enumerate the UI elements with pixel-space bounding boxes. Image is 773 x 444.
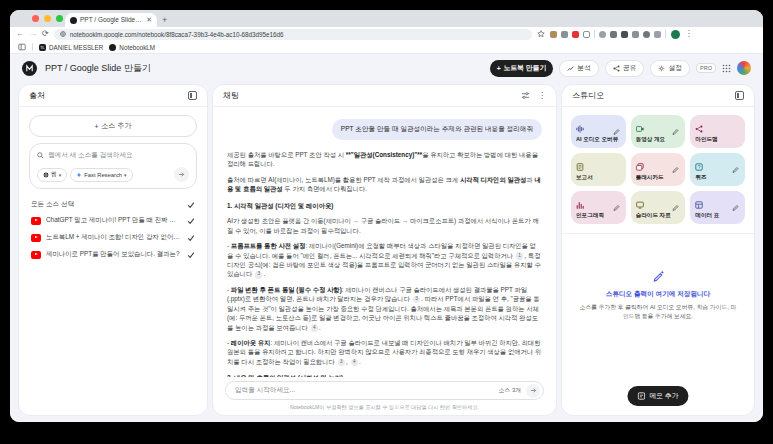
- share-button[interactable]: 공유: [605, 60, 645, 77]
- citation-chip[interactable]: 4: [351, 359, 359, 367]
- edit-pencil-icon[interactable]: [669, 201, 682, 214]
- checkbox-checked-icon[interactable]: [187, 251, 195, 259]
- back-icon[interactable]: ←: [16, 30, 24, 38]
- studio-card-quiz[interactable]: ?퀴즈: [690, 153, 745, 186]
- share-icon: [613, 65, 620, 72]
- analytics-button[interactable]: 분석: [559, 60, 599, 77]
- extension-icon[interactable]: [583, 31, 590, 38]
- edit-pencil-icon[interactable]: [669, 125, 682, 138]
- add-note-button[interactable]: 메모 추가: [627, 386, 688, 406]
- extension-icon[interactable]: [572, 31, 579, 38]
- checkbox-checked-icon[interactable]: [187, 201, 195, 209]
- web-filter-chip[interactable]: 웹 ▾: [37, 168, 67, 182]
- bookmark-star-icon[interactable]: [537, 30, 545, 38]
- new-tab-button[interactable]: +: [162, 15, 167, 25]
- browser-profile-avatar[interactable]: [671, 30, 680, 39]
- sources-panel: 출처 + 소스 추가 웹에서 새 소스를 검색하세요 웹: [18, 84, 208, 416]
- code-extension-icon[interactable]: [654, 31, 661, 38]
- extension-icon[interactable]: [561, 31, 568, 38]
- studio-card-infographic[interactable]: 인포그래픽: [571, 191, 626, 224]
- citation-chip[interactable]: 3: [338, 359, 346, 367]
- close-window-button[interactable]: [32, 15, 39, 22]
- browser-tab[interactable]: PPT / Google Slide 만들기 - N ✕: [65, 13, 157, 27]
- studio-card-report[interactable]: 보고서: [571, 153, 626, 186]
- web-source-search-box[interactable]: 웹에서 새 소스를 검색하세요 웹 ▾ Fast Research ▾: [29, 143, 197, 189]
- source-list-item[interactable]: 노트북LM + 제미나이 조합! 디자인 강자 없어도 전문가급 PPT 만드는…: [19, 229, 207, 246]
- edit-pencil-icon[interactable]: [729, 201, 742, 214]
- edit-pencil-icon[interactable]: [729, 163, 742, 176]
- browser-menu-icon[interactable]: ⋮: [685, 30, 693, 38]
- studio-card-flashcards[interactable]: 플래시카드: [631, 153, 686, 186]
- response-paragraph: - 프롬프트를 통한 사전 설정: 제미나이(Gemini)에 요청할 때부터 …: [227, 241, 542, 279]
- collapse-studio-icon[interactable]: [735, 91, 744, 100]
- source-list: ChatGPT 말고 제미나이! PPT 만들 때 진짜 편한 이유 (실전 공…: [19, 212, 207, 263]
- studio-card-audio-waveform[interactable]: AI 오디오 오버뷰: [571, 115, 626, 148]
- extension-icon[interactable]: [643, 31, 650, 38]
- chat-settings-icon[interactable]: [521, 91, 530, 100]
- zoom-window-button[interactable]: [56, 15, 63, 22]
- source-list-item[interactable]: 제미나이로 PPT를 만들어 보았습니다. 결과는?: [19, 246, 207, 263]
- citation-chip[interactable]: 3: [413, 296, 421, 304]
- minimize-window-button[interactable]: [44, 15, 51, 22]
- flashcards-icon: [636, 157, 644, 175]
- source-title: 제미나이로 PPT를 만들어 보았습니다. 결과는?: [46, 250, 182, 259]
- create-notebook-button[interactable]: + 노트북 만들기: [490, 60, 554, 77]
- google-apps-icon[interactable]: [722, 64, 731, 73]
- extension-icon[interactable]: [632, 31, 639, 38]
- response-paragraph: - 레이아웃 유지: 제미나이 캔버스에서 구글 슬라이드로 내보낼 때 디자인…: [227, 338, 542, 366]
- edit-pencil-icon[interactable]: [610, 125, 623, 138]
- chat-scroll-area[interactable]: PPT 초안을 만들 때 일관성이라는 주제와 관련된 내용을 정리해줘 제공된…: [213, 107, 556, 377]
- notebook-title[interactable]: PPT / Google Slide 만들기: [45, 62, 484, 75]
- checkbox-checked-icon[interactable]: [187, 217, 195, 225]
- send-button[interactable]: [526, 384, 540, 398]
- forward-icon[interactable]: →: [29, 30, 37, 38]
- extension-icon[interactable]: [599, 31, 606, 38]
- bookmark-notebooklm[interactable]: NotebookLM: [109, 44, 155, 51]
- collapse-sources-icon[interactable]: [188, 91, 197, 100]
- edit-pencil-icon[interactable]: [610, 201, 623, 214]
- disclaimer-text: NotebookLM이 부정확한 정보를 표시할 수 있으므로 대답을 다시 한…: [213, 403, 556, 415]
- extension-icon[interactable]: [621, 31, 628, 38]
- studio-card-video[interactable]: 동영상 개요: [631, 115, 686, 148]
- citation-chip[interactable]: 1: [516, 252, 524, 260]
- user-message-bubble: PPT 초안을 만들 때 일관성이라는 주제와 관련된 내용을 정리해줘: [332, 119, 542, 140]
- search-submit-button[interactable]: [174, 167, 189, 182]
- extension-icon[interactable]: [550, 31, 557, 38]
- reload-icon[interactable]: ⟳: [42, 30, 49, 38]
- address-bar[interactable]: notebooklm.google.com/notebook/8f8caca7-…: [54, 29, 532, 40]
- studio-card-slides[interactable]: 슬라이드 자료: [631, 191, 686, 224]
- user-avatar[interactable]: [737, 61, 751, 75]
- extension-icon[interactable]: [610, 31, 617, 38]
- youtube-icon: [31, 251, 41, 259]
- settings-button[interactable]: 설정: [650, 60, 690, 77]
- checkbox-checked-icon[interactable]: [187, 234, 195, 242]
- note-icon: [637, 392, 645, 400]
- source-list-item[interactable]: ChatGPT 말고 제미나이! PPT 만들 때 진짜 편한 이유 (실전 공…: [19, 212, 207, 229]
- add-source-button[interactable]: + 소스 추가: [29, 115, 197, 137]
- mindmap-icon: [695, 119, 703, 137]
- svg-text:?: ?: [698, 165, 701, 170]
- citation-chip[interactable]: 3: [255, 271, 263, 279]
- chat-input-bar[interactable]: 입력을 시작하세요... 소스 3개: [225, 381, 544, 400]
- globe-icon: [43, 172, 49, 178]
- studio-empty-caption: 소스를 추가한 후 클릭하여 AI 오디오 오버뷰, 학습 가이드, 마인드맵 …: [578, 303, 738, 320]
- studio-card-mindmap[interactable]: 마인드맵: [690, 115, 745, 148]
- panel-row: 출처 + 소스 추가 웹에서 새 소스를 검색하세요 웹: [18, 84, 755, 416]
- side-panel-icon[interactable]: [18, 43, 26, 51]
- more-options-icon[interactable]: ⋮: [538, 91, 546, 100]
- chat-input[interactable]: 입력을 시작하세요...: [235, 386, 494, 395]
- source-title: 노트북LM + 제미나이 조합! 디자인 강자 없어도 전문가급 PPT 만드는…: [46, 233, 182, 242]
- research-icon: [76, 172, 82, 178]
- edit-pencil-icon[interactable]: [669, 163, 682, 176]
- bookmark-daniel-messler[interactable]: TL DANIEL MESSLER: [39, 44, 103, 51]
- fast-research-chip[interactable]: Fast Research ▾: [70, 168, 132, 182]
- source-search-input[interactable]: 웹에서 새 소스를 검색하세요: [48, 151, 133, 160]
- notebooklm-logo[interactable]: [22, 61, 37, 76]
- response-paragraph: - 파일 변환 후 폰트 통일 (필수 수정 사항): 제미나이 캔버스나 구글…: [227, 285, 542, 332]
- select-all-sources-row[interactable]: 모든 소스 선택: [19, 197, 207, 212]
- citation-chip[interactable]: 4: [311, 324, 319, 332]
- studio-card-table[interactable]: 데이터 표: [690, 191, 745, 224]
- close-tab-icon[interactable]: ✕: [146, 16, 152, 24]
- assistant-response: 제공된 출처를 바탕으로 PPT 초안 작성 시 **"일관성(Consiste…: [227, 150, 542, 377]
- site-info-icon[interactable]: [60, 31, 66, 37]
